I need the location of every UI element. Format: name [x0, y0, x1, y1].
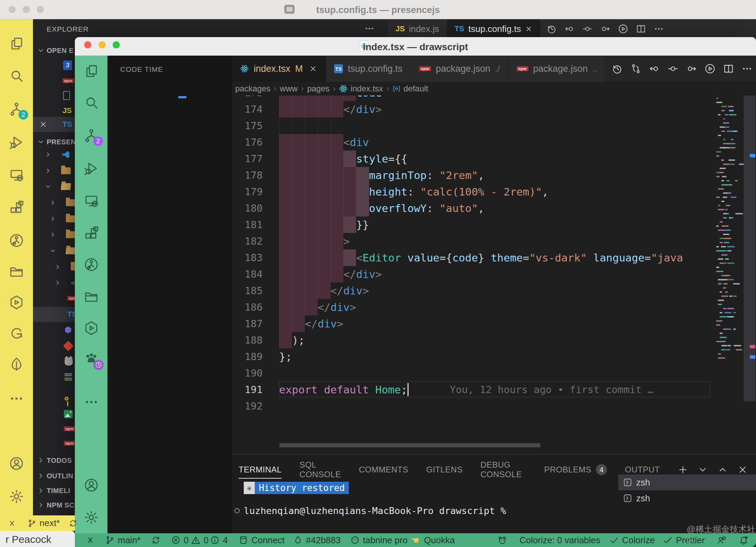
close-icon[interactable]	[525, 25, 532, 33]
tree-item[interactable]: npmp	[33, 421, 75, 436]
code-line-180[interactable]: 180overflowY: "auto",	[232, 200, 715, 216]
status-warning-triangle[interactable]: 0	[191, 533, 208, 547]
bg-tab-index.js[interactable]: JSindex.js	[388, 19, 447, 38]
code-line-192[interactable]: 192	[232, 398, 715, 414]
tree-item[interactable]: le	[33, 406, 75, 422]
activity-mongodb-icon[interactable]	[9, 357, 24, 372]
panel-tab-PROBLEMS[interactable]: PROBLEMS4	[544, 464, 607, 475]
status-info-circle[interactable]: 4	[210, 533, 228, 547]
tree-item[interactable]: p	[33, 179, 75, 194]
code-line-176[interactable]: 176<div	[232, 134, 715, 150]
breadcrumb-pages[interactable]: pages	[307, 84, 329, 93]
circle-left-icon[interactable]	[564, 24, 575, 34]
fg-titlebar[interactable]: index.tsx — drawscript	[75, 37, 756, 56]
tree-item[interactable]	[33, 211, 75, 226]
bg-tab-tsup.config.ts[interactable]: TStsup.config.ts	[447, 19, 540, 38]
tree-item[interactable]: e	[33, 163, 75, 178]
status-tabnine-hex[interactable]: tabnine pro☚	[350, 533, 419, 547]
tab-package.json[interactable]: npmpackage.json..	[508, 56, 606, 82]
activity-g-tool-icon[interactable]	[9, 326, 24, 341]
tab-tsup.config.ts[interactable]: TStsup.config.ts	[326, 56, 411, 82]
tree-item[interactable]	[33, 354, 75, 369]
close-icon[interactable]	[309, 65, 317, 73]
activity-extensions-icon[interactable]	[84, 226, 99, 242]
tree-section-OUTLIN[interactable]: OUTLIN	[33, 468, 75, 483]
tree-section-NPM SC[interactable]: NPM SC	[33, 498, 75, 513]
code-line-187[interactable]: 187</div>	[232, 315, 715, 332]
circle-dot-icon[interactable]	[667, 63, 678, 74]
code-line-184[interactable]: 184</div>	[232, 266, 715, 282]
status-colorize-0-variables[interactable]: Colorize: 0 variables	[519, 533, 600, 547]
tree-item[interactable]: TS	[33, 117, 75, 132]
activity-remote-explorer-icon[interactable]	[84, 193, 99, 209]
split-editor-icon[interactable]	[723, 63, 734, 74]
minimap[interactable]	[715, 96, 742, 405]
activity-settings-icon[interactable]	[84, 510, 99, 525]
code-line-190[interactable]: 190	[232, 365, 715, 381]
activity-hexagon-tool-icon[interactable]	[9, 295, 24, 310]
circle-left-icon[interactable]	[649, 63, 660, 74]
panel-tab-OUTPUT[interactable]: OUTPUT	[625, 465, 660, 475]
tree-item[interactable]: 3	[33, 58, 75, 73]
panel-tab-SQL CONSOLE[interactable]: SQL CONSOLE	[299, 460, 341, 479]
activity-extensions-icon[interactable]	[9, 201, 24, 216]
panel-tab-COMMENTS[interactable]: COMMENTS	[359, 465, 408, 475]
tree-item[interactable]: <>	[33, 275, 75, 290]
activity-more-icon[interactable]	[9, 391, 24, 406]
code-line-188[interactable]: 188);	[232, 332, 715, 348]
play-circle-icon[interactable]	[618, 24, 628, 34]
play-circle-icon[interactable]	[705, 63, 715, 74]
chevron-up-icon[interactable]	[718, 465, 728, 475]
horizontal-scrollbar[interactable]	[279, 443, 540, 447]
code-line-189[interactable]: 189};	[232, 348, 715, 365]
tree-item[interactable]	[33, 259, 75, 275]
activity-account-icon[interactable]	[84, 478, 99, 493]
tab-package.json[interactable]: npmpackage.json./	[411, 56, 508, 82]
status-branch[interactable]: next*	[27, 515, 60, 531]
tree-section-TODOS[interactable]: TODOS	[33, 453, 75, 468]
circle-right-icon[interactable]	[600, 24, 610, 34]
code-line-175[interactable]: 175	[232, 118, 715, 134]
code-line-173[interactable]: 173code	[232, 96, 715, 101]
tree-item[interactable]: ⬢	[33, 322, 75, 337]
breadcrumb-www[interactable]: www	[280, 84, 298, 93]
status-database[interactable]: Connect	[239, 533, 285, 547]
code-line-179[interactable]: 179height: "calc(100% - 2rem)",	[232, 183, 715, 200]
activity-account-icon[interactable]	[9, 456, 24, 471]
breadcrumb-default[interactable]: default	[392, 84, 428, 93]
tree-item[interactable]: L	[33, 391, 75, 406]
compare-icon[interactable]	[630, 63, 641, 74]
tree-item[interactable]	[33, 369, 75, 384]
status-check[interactable]: Colorize	[609, 533, 655, 547]
code-line-191[interactable]: 191export default Home;You, 12 hours ago…	[232, 381, 715, 398]
activity-source-control-icon[interactable]: 2	[84, 128, 99, 143]
activity-source-control-icon[interactable]: 2	[9, 102, 24, 117]
tree-item[interactable]: TS	[33, 307, 75, 322]
more-icon[interactable]	[742, 63, 753, 74]
status-ink-drop[interactable]: #42b883	[293, 533, 341, 547]
code-line-185[interactable]: 185</div>	[232, 282, 715, 299]
terminal-instance-zsh[interactable]: zsh	[618, 475, 756, 490]
activity-code-time-paw-icon[interactable]	[84, 351, 99, 366]
status-branch[interactable]: main*	[105, 533, 140, 547]
status-quokka-face[interactable]	[497, 533, 507, 547]
activity-project-manager-icon[interactable]	[9, 264, 24, 279]
activity-more-icon[interactable]	[84, 394, 99, 410]
history-icon[interactable]	[612, 63, 623, 74]
breadcrumb-packages[interactable]: packages	[235, 84, 271, 93]
activity-explorer-icon[interactable]	[84, 63, 99, 78]
circle-right-icon[interactable]	[686, 63, 697, 74]
panel-tab-DEBUG CONSOLE[interactable]: DEBUG CONSOLE	[480, 460, 526, 479]
tree-section-OPEN E[interactable]: OPEN E	[33, 43, 75, 58]
code-line-181[interactable]: 181}}	[232, 216, 715, 233]
code-line-186[interactable]: 186</div>	[232, 299, 715, 315]
terminal-prompt-line[interactable]: luzhenqian@luzhenqians-MacBook-Pro draws…	[232, 505, 506, 516]
status-sync[interactable]	[69, 515, 78, 531]
activity-run-debug-icon[interactable]	[84, 161, 99, 176]
sidebar-section-title[interactable]: CODE TIME	[120, 65, 163, 74]
tree-item[interactable]	[33, 338, 75, 354]
activity-run-debug-icon[interactable]	[9, 135, 24, 150]
circle-dot-icon[interactable]	[582, 24, 593, 34]
activity-settings-icon[interactable]	[9, 489, 24, 504]
status-error-circle[interactable]: 0	[171, 533, 188, 547]
